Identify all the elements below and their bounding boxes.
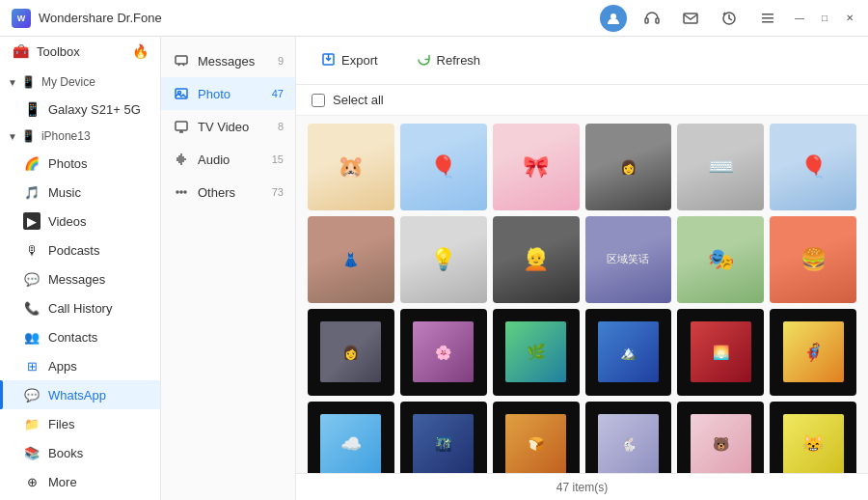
books-icon: 📚 <box>23 444 41 461</box>
iphone-device-icon: 📱 <box>21 129 36 143</box>
photo-cell[interactable]: 🎈 <box>400 124 487 210</box>
photo-cell[interactable]: 区域笑话 <box>585 216 672 303</box>
select-all-label[interactable]: Select all <box>312 93 384 107</box>
galaxy-icon: 📱 <box>23 100 41 118</box>
whatsapp-icon: 💬 <box>23 386 41 403</box>
sidebar-item-music[interactable]: 🎵 Music <box>0 178 160 207</box>
iphone13-section[interactable]: ▼ 📱 iPhone13 <box>0 124 160 149</box>
photo-cell[interactable]: 👗 <box>308 216 394 303</box>
photo-cell[interactable]: 🐻 <box>677 402 764 473</box>
sidebar-item-galaxy[interactable]: 📱 Galaxy S21+ 5G <box>0 95 160 124</box>
refresh-button[interactable]: Refresh <box>407 46 491 75</box>
main-layout: 🧰 Toolbox 🔥 ▼ 📱 My Device 📱 Galaxy S21+ … <box>0 37 868 500</box>
photo-grid-container: 🐹 🎈 🎀 👩 ⌨️ 🎈 <box>296 116 868 473</box>
photo-cell[interactable]: 🍞 <box>493 402 580 473</box>
mail-icon[interactable] <box>677 5 704 32</box>
fire-icon: 🔥 <box>132 43 149 59</box>
headset-icon[interactable] <box>638 5 665 32</box>
svg-point-13 <box>176 191 178 193</box>
photo-cell[interactable]: 🌿 <box>493 309 580 396</box>
call-history-label: Call History <box>48 301 149 316</box>
my-device-label: My Device <box>41 75 95 89</box>
sidebar-item-files[interactable]: 📁 Files <box>0 409 160 438</box>
sidebar-item-call-history[interactable]: 📞 Call History <box>0 293 160 322</box>
cat-others-icon <box>173 183 190 201</box>
photo-cell[interactable]: 👩 <box>585 124 672 210</box>
photo-cell[interactable]: 🐇 <box>585 402 672 473</box>
sidebar-item-books[interactable]: 📚 Books <box>0 438 160 467</box>
sidebar-item-videos[interactable]: ▶ Videos <box>0 207 160 236</box>
content-area: Messages 9 Photo 47 TV Video 8 <box>161 37 868 500</box>
category-messages[interactable]: Messages 9 <box>161 44 295 77</box>
photo-cell[interactable]: ⌨️ <box>677 124 764 210</box>
sidebar-item-toolbox[interactable]: 🧰 Toolbox 🔥 <box>0 37 160 66</box>
close-button[interactable]: ✕ <box>843 12 856 25</box>
cat-tv-count: 8 <box>278 121 284 132</box>
photo-cell[interactable]: 👱 <box>493 216 580 303</box>
sidebar-item-contacts[interactable]: 👥 Contacts <box>0 322 160 351</box>
category-audio[interactable]: Audio 15 <box>161 143 295 176</box>
photo-cell[interactable]: 🐹 <box>308 124 394 210</box>
export-button[interactable]: Export <box>312 46 388 75</box>
minimize-button[interactable]: — <box>793 12 806 25</box>
category-panel: Messages 9 Photo 47 TV Video 8 <box>161 37 296 500</box>
videos-icon: ▶ <box>23 212 41 230</box>
podcasts-label: Podcasts <box>48 243 149 258</box>
photo-cell[interactable]: 😸 <box>770 402 856 473</box>
photo-cell[interactable]: 🍔 <box>770 216 856 303</box>
sidebar-item-photos[interactable]: 🌈 Photos <box>0 149 160 178</box>
photo-cell[interactable]: 🏔️ <box>585 309 672 396</box>
podcasts-icon: 🎙 <box>23 241 41 259</box>
menu-icon[interactable] <box>754 5 781 32</box>
svg-rect-11 <box>176 122 187 130</box>
cat-audio-icon <box>173 151 190 168</box>
photo-cell[interactable]: 💡 <box>400 216 487 303</box>
sidebar-item-podcasts[interactable]: 🎙 Podcasts <box>0 236 160 264</box>
books-label: Books <box>48 446 149 460</box>
contacts-label: Contacts <box>48 330 149 345</box>
messages-icon: 💬 <box>23 270 41 288</box>
svg-rect-3 <box>684 14 697 23</box>
sidebar-item-apps[interactable]: ⊞ Apps <box>0 351 160 380</box>
photo-cell[interactable]: 🎈 <box>770 124 856 210</box>
cat-others-count: 73 <box>272 186 284 198</box>
photos-icon: 🌈 <box>23 154 41 172</box>
sidebar-item-whatsapp[interactable]: 💬 WhatsApp <box>0 380 160 409</box>
photo-cell[interactable]: 🌸 <box>400 309 487 396</box>
sidebar-item-messages[interactable]: 💬 Messages <box>0 264 160 293</box>
svg-rect-8 <box>176 56 187 64</box>
category-photo[interactable]: Photo 47 <box>161 77 295 110</box>
svg-point-14 <box>184 191 186 193</box>
svg-point-12 <box>180 191 182 193</box>
messages-label: Messages <box>48 272 149 287</box>
photo-cell[interactable]: 🌃 <box>400 402 487 473</box>
status-bar: 47 item(s) <box>296 473 868 500</box>
photo-cell[interactable]: 🎀 <box>493 124 580 210</box>
photo-cell[interactable]: 👩 <box>308 309 394 396</box>
sidebar: 🧰 Toolbox 🔥 ▼ 📱 My Device 📱 Galaxy S21+ … <box>0 37 161 500</box>
apps-label: Apps <box>48 359 149 374</box>
sidebar-item-more[interactable]: ⊕ More <box>0 467 160 496</box>
svg-rect-2 <box>656 18 659 23</box>
svg-rect-1 <box>645 18 648 23</box>
photo-cell[interactable]: 🌅 <box>677 309 764 396</box>
history-icon[interactable] <box>716 5 743 32</box>
cat-audio-label: Audio <box>198 153 230 167</box>
maximize-button[interactable]: □ <box>818 12 831 25</box>
profile-icon[interactable] <box>600 5 627 32</box>
photo-cell[interactable]: 🦸 <box>770 309 856 396</box>
refresh-icon <box>417 52 431 69</box>
my-device-section[interactable]: ▼ 📱 My Device <box>0 69 160 95</box>
select-all-checkbox[interactable] <box>312 94 325 107</box>
export-icon <box>321 52 336 69</box>
photo-cell[interactable]: ☁️ <box>308 402 394 473</box>
refresh-label: Refresh <box>437 53 481 68</box>
cat-photo-count: 47 <box>272 88 284 99</box>
svg-rect-7 <box>762 21 773 23</box>
category-tv-video[interactable]: TV Video 8 <box>161 110 295 143</box>
cat-messages-label: Messages <box>198 54 255 69</box>
device-icon: 📱 <box>21 75 36 89</box>
cat-others-label: Others <box>198 185 235 200</box>
category-others[interactable]: Others 73 <box>161 176 295 208</box>
photo-cell[interactable]: 🎭 <box>677 216 764 303</box>
